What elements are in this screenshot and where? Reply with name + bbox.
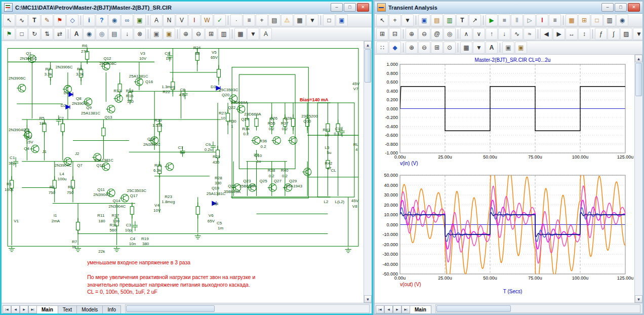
power-display-icon[interactable]: W <box>201 14 213 26</box>
maximize-button[interactable]: □ <box>615 3 627 12</box>
tab-scroll-button[interactable]: |◀ <box>376 305 384 313</box>
flag-mode-icon[interactable]: ⚑ <box>54 14 66 26</box>
tag-right-icon[interactable]: ▶ <box>553 28 565 40</box>
slider-icon[interactable]: ▥ <box>603 14 616 26</box>
scroll-down-icon[interactable]: ▼ <box>364 295 372 303</box>
tab-scroll-button[interactable]: ▶| <box>28 305 37 313</box>
tab-scroll-button[interactable]: ◀ <box>11 305 20 313</box>
grid-text-icon[interactable]: ≡ <box>243 14 255 26</box>
scroll-track[interactable] <box>364 83 372 295</box>
cursor-mode-icon[interactable]: + <box>389 14 401 26</box>
limits-icon[interactable]: ▦ <box>566 14 578 26</box>
tab-scroll-button[interactable]: ◀ <box>384 305 393 313</box>
scroll-up-icon[interactable]: ▲ <box>635 55 642 62</box>
tab-models[interactable]: Models <box>76 305 103 313</box>
paste-icon[interactable]: ▣ <box>163 28 175 40</box>
scroll-thumb[interactable] <box>436 305 511 312</box>
watch-icon[interactable]: ◉ <box>616 14 628 26</box>
run-icon[interactable]: ▶ <box>486 14 498 26</box>
pin-connections-icon[interactable]: ∙ <box>230 14 243 26</box>
palette-dropdown-icon[interactable]: ▼ <box>633 28 642 40</box>
grid-icon[interactable]: ▦ <box>294 14 306 26</box>
find-next-icon[interactable]: ◎ <box>96 28 108 40</box>
select-area-icon[interactable]: □ <box>16 28 28 40</box>
valley-icon[interactable]: ∨ <box>473 28 485 40</box>
graphics-mode-icon[interactable]: ✎ <box>41 14 53 26</box>
color-icon[interactable]: ▨ <box>620 28 632 40</box>
flag-icon[interactable]: ⚑ <box>3 28 15 40</box>
current-display-icon[interactable]: I <box>188 14 200 26</box>
schematic-vertical-scrollbar[interactable]: ▲ ▼ <box>364 41 372 303</box>
info-mode-icon[interactable]: i <box>83 14 95 26</box>
horizontal-tag-icon[interactable]: ↔ <box>566 28 578 40</box>
schematic-titlebar[interactable]: C:\MC11\DATA\Petrov\Master-2(BJT)\Master… <box>2 2 372 14</box>
zoom-out-icon[interactable]: ⊖ <box>418 42 430 54</box>
tab-scroll-button[interactable]: ▶ <box>393 305 401 313</box>
go-to-icon[interactable]: ↓ <box>121 28 133 40</box>
state-variables-icon[interactable]: ≡ <box>549 14 561 26</box>
link-icon[interactable]: ∞ <box>121 14 133 26</box>
copy-page-icon[interactable]: ▣ <box>515 42 527 54</box>
tag-left-icon[interactable]: ◀ <box>540 28 552 40</box>
text-attributes-icon[interactable]: A <box>486 42 498 54</box>
fft-icon[interactable]: ∫ <box>608 28 620 40</box>
minimize-button[interactable]: – <box>601 3 614 12</box>
select-mode-icon[interactable]: ↖ <box>376 14 388 26</box>
grid-options-icon[interactable]: ▦ <box>234 28 247 40</box>
scope-icon[interactable]: □ <box>591 14 603 26</box>
select-mode-icon[interactable]: ↖ <box>3 14 15 26</box>
transient-titlebar[interactable]: Transient Analysis – □ ✕ <box>375 2 642 14</box>
close-button[interactable]: ✕ <box>628 3 640 12</box>
zoom-in-icon[interactable]: ⊕ <box>406 42 418 54</box>
dropdown-icon[interactable]: ▼ <box>401 14 414 26</box>
stop-icon[interactable]: ⊗ <box>134 28 146 40</box>
vout-plot[interactable]: 50.00040.00030.00020.00010.0000.000-10.0… <box>376 171 634 298</box>
close-button[interactable]: ✕ <box>357 3 369 12</box>
warning-icon[interactable]: ⚠ <box>281 14 293 26</box>
tab-scroll-button[interactable]: ▶| <box>401 305 410 313</box>
token-icon[interactable]: ◆ <box>389 42 401 54</box>
tab-text[interactable]: Text <box>58 305 77 313</box>
component-mode-icon[interactable]: ◇ <box>66 14 78 26</box>
tag-mode-icon[interactable]: ↗ <box>469 14 481 26</box>
panel-icon[interactable]: ⊞ <box>376 28 388 40</box>
inflection-icon[interactable]: ∿ <box>511 28 523 40</box>
vertical-tag-icon[interactable]: ↕ <box>578 28 590 40</box>
condition-display-icon[interactable]: ✓ <box>214 14 226 26</box>
stop-icon[interactable]: ■ <box>498 14 510 26</box>
node-numbers-icon[interactable]: N <box>163 14 175 26</box>
scroll-thumb[interactable] <box>635 63 642 96</box>
text-mode-icon[interactable]: T <box>28 14 41 26</box>
scroll-thumb[interactable] <box>126 305 215 312</box>
zoom-in-icon[interactable]: ⊕ <box>406 28 418 40</box>
add-plot-icon[interactable]: ▥ <box>444 14 456 26</box>
plot-vertical-scrollbar[interactable]: ▲ ▼ <box>634 55 642 303</box>
restore-scale-icon[interactable]: ◎ <box>444 28 456 40</box>
grid-dropdown-icon[interactable]: ▼ <box>306 14 318 26</box>
flip-vertical-icon[interactable]: ⇅ <box>41 28 53 40</box>
grid-dropdown-icon[interactable]: ▼ <box>473 42 485 54</box>
cross-hair-icon[interactable]: + <box>256 14 268 26</box>
model-page-icon[interactable]: ▣ <box>336 14 348 26</box>
minimize-button[interactable]: – <box>331 3 343 12</box>
zoom-in-icon[interactable]: ⊕ <box>180 28 192 40</box>
scroll-track[interactable] <box>635 97 642 295</box>
copy-icon[interactable]: ▣ <box>150 28 163 40</box>
tab-info[interactable]: Info <box>102 305 121 313</box>
region-enable-icon[interactable]: ▣ <box>134 14 146 26</box>
schematic-canvas[interactable]: Q12N3906CR6270Q122N3908CV310VC81mR2488V5… <box>2 41 364 303</box>
vout-plot-svg[interactable]: 50.00040.00030.00020.00010.0000.000-10.0… <box>376 171 634 296</box>
find-icon[interactable]: ◉ <box>83 28 95 40</box>
flip-horizontal-icon[interactable]: ⇄ <box>54 28 66 40</box>
tab-scroll-button[interactable]: ▶ <box>20 305 28 313</box>
copy-icon[interactable]: ▣ <box>502 42 514 54</box>
step-icon[interactable]: ▷ <box>524 14 536 26</box>
font-icon[interactable]: A <box>70 28 83 40</box>
zoom-area-icon[interactable]: ⊞ <box>431 42 443 54</box>
text-mode-icon[interactable]: T <box>456 14 468 26</box>
scroll-down-icon[interactable]: ▼ <box>635 295 642 303</box>
zoom-area-icon[interactable]: ⊞ <box>205 28 217 40</box>
vin-plot-svg[interactable]: 1.0000.8000.6000.4000.2000.000-0.200-0.4… <box>376 56 634 167</box>
waveform-buffer-icon[interactable]: ▣ <box>418 14 430 26</box>
wire-mode-icon[interactable]: ∿ <box>16 14 28 26</box>
